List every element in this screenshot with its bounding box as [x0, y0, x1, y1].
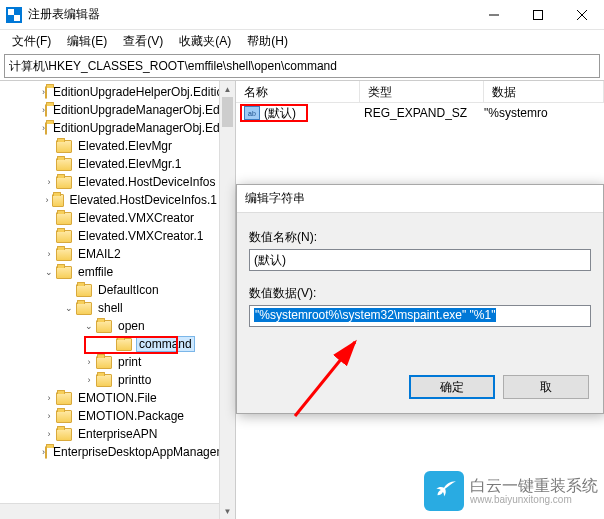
- col-name[interactable]: 名称: [236, 81, 360, 102]
- tree-item[interactable]: command: [0, 335, 219, 353]
- col-data[interactable]: 数据: [484, 81, 604, 102]
- tree-item-label: EMAIL2: [76, 247, 123, 261]
- value-name: (默认): [264, 105, 360, 122]
- chevron-right-icon[interactable]: ›: [42, 409, 56, 423]
- tree-item[interactable]: Elevated.VMXCreator: [0, 209, 219, 227]
- address-bar[interactable]: 计算机\HKEY_CLASSES_ROOT\emffile\shell\open…: [4, 54, 600, 78]
- string-value-icon: ab: [244, 106, 260, 120]
- tree-item-label: Elevated.ElevMgr.1: [76, 157, 183, 171]
- folder-icon: [56, 410, 72, 423]
- folder-icon: [76, 284, 92, 297]
- folder-icon: [56, 428, 72, 441]
- maximize-button[interactable]: [516, 0, 560, 30]
- col-type[interactable]: 类型: [360, 81, 484, 102]
- cancel-button[interactable]: 取: [503, 375, 589, 399]
- folder-icon: [45, 122, 47, 135]
- close-button[interactable]: [560, 0, 604, 30]
- tree-item-label: EMOTION.Package: [76, 409, 186, 423]
- tree-item[interactable]: ›print: [0, 353, 219, 371]
- scroll-up-icon[interactable]: ▲: [220, 81, 235, 97]
- tree-item[interactable]: ›Elevated.HostDeviceInfos.1: [0, 191, 219, 209]
- vertical-scrollbar[interactable]: ▲ ▼: [219, 81, 235, 519]
- chevron-down-icon[interactable]: ⌄: [42, 265, 56, 279]
- value-data: "%systemro: [480, 106, 604, 120]
- folder-icon: [56, 248, 72, 261]
- registry-tree[interactable]: ›EditionUpgradeHelperObj.Editio›EditionU…: [0, 81, 219, 503]
- tree-item-label: shell: [96, 301, 125, 315]
- tree-item[interactable]: ›EditionUpgradeManagerObj.Edi: [0, 119, 219, 137]
- ok-button[interactable]: 确定: [409, 375, 495, 399]
- folder-icon: [96, 374, 112, 387]
- chevron-right-icon[interactable]: ›: [82, 355, 96, 369]
- chevron-right-icon[interactable]: ›: [42, 247, 56, 261]
- window-title: 注册表编辑器: [28, 6, 472, 23]
- folder-icon: [56, 392, 72, 405]
- chevron-none: [102, 337, 116, 351]
- tree-item[interactable]: ›EnterpriseAPN: [0, 425, 219, 443]
- tree-item[interactable]: Elevated.ElevMgr.1: [0, 155, 219, 173]
- chevron-right-icon[interactable]: ›: [82, 373, 96, 387]
- horizontal-scrollbar[interactable]: [0, 503, 219, 519]
- value-data-label: 数值数据(V):: [249, 285, 591, 302]
- tree-item[interactable]: DefaultIcon: [0, 281, 219, 299]
- tree-item[interactable]: ›EnterpriseDesktopAppManagem: [0, 443, 219, 461]
- folder-icon: [45, 86, 47, 99]
- value-name-input[interactable]: (默认): [249, 249, 591, 271]
- chevron-right-icon[interactable]: ›: [42, 391, 56, 405]
- tree-item[interactable]: ›EMOTION.File: [0, 389, 219, 407]
- tree-item-label: command: [136, 336, 195, 352]
- menu-help[interactable]: 帮助(H): [239, 33, 296, 50]
- value-row-default[interactable]: ab (默认) REG_EXPAND_SZ "%systemro: [236, 103, 604, 123]
- tree-item[interactable]: ›Elevated.HostDeviceInfos: [0, 173, 219, 191]
- list-header: 名称 类型 数据: [236, 81, 604, 103]
- scroll-down-icon[interactable]: ▼: [220, 503, 235, 519]
- edit-string-dialog: 编辑字符串 数值名称(N): (默认) 数值数据(V): "%systemroo…: [236, 184, 604, 414]
- tree-item-label: Elevated.HostDeviceInfos.1: [68, 193, 219, 207]
- chevron-right-icon[interactable]: ›: [42, 175, 56, 189]
- title-bar: 注册表编辑器: [0, 0, 604, 30]
- tree-item-label: DefaultIcon: [96, 283, 161, 297]
- tree-item[interactable]: ›EditionUpgradeManagerObj.Edi: [0, 101, 219, 119]
- menu-file[interactable]: 文件(F): [4, 33, 59, 50]
- menu-favorites[interactable]: 收藏夹(A): [171, 33, 239, 50]
- value-data-input[interactable]: "%systemroot%\system32\mspaint.exe" "%1": [249, 305, 591, 327]
- chevron-down-icon[interactable]: ⌄: [62, 301, 76, 315]
- tree-item[interactable]: Elevated.VMXCreator.1: [0, 227, 219, 245]
- tree-item-label: printto: [116, 373, 153, 387]
- chevron-down-icon[interactable]: ⌄: [82, 319, 96, 333]
- tree-item[interactable]: ›EMOTION.Package: [0, 407, 219, 425]
- folder-icon: [116, 338, 132, 351]
- tree-item[interactable]: ⌄shell: [0, 299, 219, 317]
- scroll-thumb[interactable]: [222, 97, 233, 127]
- menu-view[interactable]: 查看(V): [115, 33, 171, 50]
- minimize-button[interactable]: [472, 0, 516, 30]
- folder-icon: [52, 194, 64, 207]
- folder-icon: [56, 140, 72, 153]
- folder-icon: [56, 176, 72, 189]
- address-text: 计算机\HKEY_CLASSES_ROOT\emffile\shell\open…: [9, 58, 337, 75]
- tree-item[interactable]: ›printto: [0, 371, 219, 389]
- tree-item-label: print: [116, 355, 143, 369]
- value-name-label: 数值名称(N):: [249, 229, 591, 246]
- menu-edit[interactable]: 编辑(E): [59, 33, 115, 50]
- menu-bar: 文件(F) 编辑(E) 查看(V) 收藏夹(A) 帮助(H): [0, 30, 604, 52]
- chevron-right-icon[interactable]: ›: [42, 193, 52, 207]
- chevron-right-icon[interactable]: ›: [42, 427, 56, 441]
- value-type: REG_EXPAND_SZ: [360, 106, 480, 120]
- folder-icon: [56, 158, 72, 171]
- tree-item[interactable]: Elevated.ElevMgr: [0, 137, 219, 155]
- tree-item[interactable]: ⌄emffile: [0, 263, 219, 281]
- dialog-title: 编辑字符串: [237, 185, 603, 213]
- watermark-icon: [424, 471, 464, 511]
- chevron-none: [42, 139, 56, 153]
- folder-icon: [96, 320, 112, 333]
- tree-item-label: EMOTION.File: [76, 391, 159, 405]
- watermark-brand: 白云一键重装系统: [470, 477, 598, 495]
- tree-item-label: Elevated.VMXCreator.1: [76, 229, 205, 243]
- chevron-none: [42, 229, 56, 243]
- tree-item[interactable]: ⌄open: [0, 317, 219, 335]
- tree-item-label: Elevated.HostDeviceInfos: [76, 175, 217, 189]
- tree-item[interactable]: ›EMAIL2: [0, 245, 219, 263]
- tree-item[interactable]: ›EditionUpgradeHelperObj.Editio: [0, 83, 219, 101]
- chevron-none: [62, 283, 76, 297]
